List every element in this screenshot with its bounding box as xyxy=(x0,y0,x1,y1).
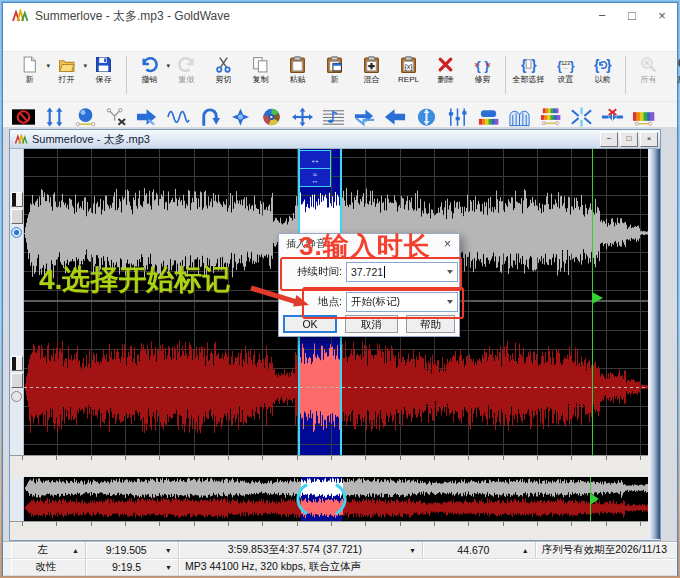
sound-window-titlebar[interactable]: Summerlove - 太多.mp3 − □ × xyxy=(10,130,660,149)
toolbar-label: 混合 xyxy=(364,75,380,85)
toolbar-button[interactable]: 保存 xyxy=(85,55,122,85)
effect-icon[interactable] xyxy=(74,107,97,127)
toolbar-icon xyxy=(177,56,196,73)
right-channel-view-button[interactable] xyxy=(11,356,23,371)
toolbar-icon xyxy=(251,56,270,73)
effect-icon[interactable] xyxy=(12,107,35,127)
toolbar-icon xyxy=(288,56,307,73)
status-arrow-icon[interactable]: ▲ xyxy=(522,547,529,554)
effect-icon[interactable] xyxy=(198,107,221,127)
toolbar-button[interactable]: 放大 xyxy=(667,55,680,85)
status-cell[interactable]: 9:19.5 ▼ xyxy=(86,559,179,575)
status-cell[interactable]: 左 ▲ xyxy=(11,542,86,558)
toolbar-icon xyxy=(140,56,159,73)
toolbar-button[interactable]: { }×× 修剪 xyxy=(464,55,501,85)
status-arrow-icon[interactable]: ▼ xyxy=(409,547,416,554)
effect-icon[interactable] xyxy=(167,107,190,127)
minimize-button[interactable]: − xyxy=(587,3,617,29)
toolbar-button[interactable]: {}123... 设置 xyxy=(547,55,584,85)
app-titlebar[interactable]: Summerlove - 太多.mp3 - GoldWave − □ × xyxy=(3,3,677,29)
annotation-arrow xyxy=(249,283,319,311)
move-handle-icon: ↔ xyxy=(312,178,319,184)
left-channel-view-button[interactable] xyxy=(11,192,23,207)
toolbar-button[interactable]: 所有 xyxy=(630,55,667,85)
toolbar-label: 新 xyxy=(26,75,34,85)
toolbar-button[interactable]: 复制 xyxy=(242,55,279,85)
effect-icon[interactable] xyxy=(322,107,345,127)
left-channel-button[interactable] xyxy=(11,209,23,224)
time-axis[interactable] xyxy=(10,455,648,478)
toolbar-separator xyxy=(625,56,626,94)
toolbar-label: 新 xyxy=(331,75,339,85)
effect-icon[interactable] xyxy=(632,107,655,127)
selection-wave-handle[interactable]: ≈ ↔ xyxy=(299,168,331,187)
effect-icon[interactable] xyxy=(384,107,407,127)
toolbar-button[interactable]: 新 xyxy=(316,55,353,85)
toolbar-button[interactable]: 新 xyxy=(11,55,48,85)
effect-icon[interactable] xyxy=(260,107,283,127)
toolbar-button[interactable]: 打开 xyxy=(48,55,85,85)
status-cell[interactable]: 44.670 ▲ xyxy=(423,542,536,558)
window-right-strip xyxy=(650,149,660,539)
toolbar-label: 设置 xyxy=(558,75,574,85)
overview-display[interactable] xyxy=(24,477,648,521)
effect-icon[interactable] xyxy=(353,107,376,127)
status-cell[interactable]: 3:59.853至4:37.574 (37.721) ▼ xyxy=(179,542,423,558)
menu-bar xyxy=(3,29,677,52)
toolbar-button[interactable]: {} 以前 xyxy=(584,55,621,85)
close-button[interactable]: × xyxy=(647,3,677,29)
svg-text:}: } xyxy=(570,59,575,73)
toolbar-button[interactable]: {} 全部选择 xyxy=(510,55,547,85)
svg-text:}: } xyxy=(531,58,537,73)
toolbar-button[interactable]: 剪切 xyxy=(205,55,242,85)
toolbar-label: 打开 xyxy=(59,75,75,85)
toolbar-button[interactable]: {x} REPL xyxy=(390,55,427,85)
effect-icon[interactable] xyxy=(477,107,500,127)
toolbar-label: 复制 xyxy=(253,75,269,85)
toolbar-label: 重做 xyxy=(179,75,195,85)
effect-icon[interactable] xyxy=(539,107,562,127)
effect-icon[interactable] xyxy=(446,107,469,127)
status-arrow-icon[interactable]: ▼ xyxy=(165,564,172,571)
toolbar-button[interactable]: 删除 xyxy=(427,55,464,85)
effect-icon[interactable] xyxy=(601,107,624,127)
toolbar-button[interactable]: 混合 xyxy=(353,55,390,85)
effect-icon[interactable] xyxy=(136,107,159,127)
dialog-close-icon[interactable]: × xyxy=(441,234,454,254)
child-minimize-button[interactable]: − xyxy=(600,132,618,147)
status-arrow-icon[interactable]: ▲ xyxy=(72,547,79,554)
effect-icon[interactable] xyxy=(291,107,314,127)
overview-playback-marker[interactable] xyxy=(590,493,599,505)
child-maximize-button[interactable]: □ xyxy=(620,132,638,147)
effect-icon[interactable] xyxy=(508,107,531,127)
child-close-button[interactable]: × xyxy=(640,132,658,147)
effect-icon[interactable] xyxy=(415,107,438,127)
overview-time-axis[interactable] xyxy=(10,521,648,540)
playback-marker[interactable] xyxy=(592,292,603,304)
toolbar-button[interactable]: 撤销 xyxy=(131,55,168,85)
toolbar-button[interactable]: 重做 xyxy=(168,55,205,85)
toolbar-separator xyxy=(505,56,506,94)
toolbar-label: 删除 xyxy=(438,75,454,85)
main-toolbar: 新 打开 保存 撤销 重做 剪切 复制 xyxy=(3,52,677,102)
status-cell[interactable]: 9:19.505 ▼ xyxy=(86,542,179,558)
toolbar-icon: { }×× xyxy=(473,56,492,73)
selection-start-handle[interactable]: ↔ xyxy=(299,150,331,169)
effect-icon[interactable] xyxy=(43,107,66,127)
app-title: Summerlove - 太多.mp3 - GoldWave xyxy=(35,8,230,25)
maximize-button[interactable]: □ xyxy=(617,3,647,29)
toolbar-button[interactable]: 粘贴 xyxy=(279,55,316,85)
effect-icon[interactable] xyxy=(229,107,252,127)
right-channel-button[interactable] xyxy=(11,373,23,388)
left-channel-radio[interactable] xyxy=(11,227,22,238)
effect-icon[interactable] xyxy=(105,107,128,127)
right-channel-radio[interactable] xyxy=(11,391,22,402)
overview-canvas[interactable] xyxy=(24,477,648,521)
effect-icon[interactable] xyxy=(570,107,593,127)
status-cell[interactable]: 改性 xyxy=(11,559,86,575)
toolbar-separator xyxy=(126,56,127,94)
status-cell[interactable]: MP3 44100 Hz, 320 kbps, 联合立体声 xyxy=(179,559,677,575)
status-cell[interactable]: 序列号有效期至2026/11/13 xyxy=(536,542,677,558)
toolbar-icon xyxy=(676,56,680,73)
status-arrow-icon[interactable]: ▼ xyxy=(165,547,172,554)
